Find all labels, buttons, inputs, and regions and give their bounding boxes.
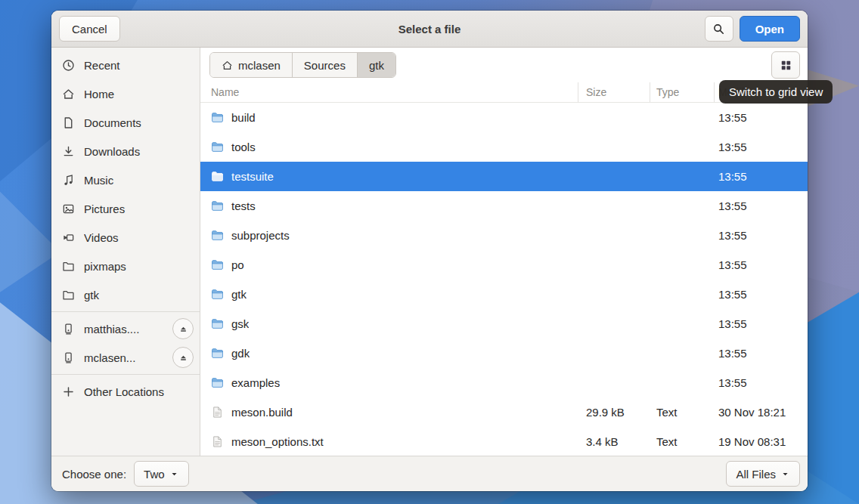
sidebar-device-matthias[interactable]: matthias....	[51, 314, 200, 343]
search-button[interactable]	[705, 16, 733, 42]
file-row-tests[interactable]: tests 13:55	[200, 191, 808, 221]
file-row-gsk[interactable]: gsk 13:55	[200, 309, 808, 339]
text-file-icon	[211, 406, 224, 419]
sidebar-item-videos[interactable]: Videos	[51, 223, 200, 252]
choose-value: Two	[144, 468, 165, 481]
file-modified: 13:55	[715, 170, 808, 183]
file-name: tests	[231, 199, 256, 212]
breadcrumb-label: gtk	[369, 59, 384, 72]
eject-button[interactable]	[172, 318, 194, 339]
file-modified: 13:55	[715, 288, 808, 301]
sidebar-item-label: Recent	[84, 59, 194, 72]
file-name: po	[231, 258, 244, 271]
file-modified: 13:55	[715, 376, 808, 389]
folder-icon	[62, 289, 75, 301]
file-name: gtk	[231, 288, 247, 301]
file-name-cell: meson_options.txt	[211, 435, 578, 448]
file-filter-dropdown[interactable]: All Files	[726, 461, 800, 487]
sidebar-item-pixmaps[interactable]: pixmaps	[51, 252, 200, 280]
file-row-examples[interactable]: examples 13:55	[200, 368, 808, 397]
text-file-icon	[211, 435, 224, 448]
footer-choice-group: Choose one: Two	[62, 461, 189, 487]
sidebar-item-label: Downloads	[84, 145, 194, 158]
folder-file-icon	[211, 317, 224, 330]
eject-icon	[178, 324, 188, 334]
drive-icon	[62, 351, 75, 364]
file-row-po[interactable]: po 13:55	[200, 250, 808, 280]
sidebar-places: Recent Home Documents Downloads Music Pi…	[51, 51, 200, 309]
picture-icon	[62, 203, 75, 215]
column-header-name[interactable]: Name	[211, 82, 578, 102]
music-note-icon	[62, 174, 75, 187]
file-type: Text	[650, 406, 715, 419]
sidebar-item-label: Pictures	[84, 203, 194, 215]
sidebar-item-downloads[interactable]: Downloads	[51, 137, 200, 165]
folder-file-icon	[211, 258, 224, 271]
home-icon	[62, 88, 75, 100]
download-icon	[62, 145, 75, 158]
folder-file-icon	[211, 111, 224, 124]
sidebar-item-label: Music	[84, 174, 194, 187]
video-camera-icon	[62, 231, 75, 244]
file-row-gtk[interactable]: gtk 13:55	[200, 280, 808, 309]
file-name-cell: gsk	[211, 317, 578, 330]
sidebar-item-home[interactable]: Home	[51, 79, 200, 108]
sidebar-device-label: mclasen...	[84, 351, 163, 364]
file-list: build 13:55 tools 13:55 testsuite 13:55 …	[200, 103, 808, 456]
path-bar: mclasen Sources gtk	[200, 48, 808, 82]
breadcrumb-segment-sources[interactable]: Sources	[293, 53, 358, 77]
file-browser-pane: mclasen Sources gtk Name Size Type Modif…	[200, 48, 808, 456]
file-row-gdk[interactable]: gdk 13:55	[200, 339, 808, 368]
breadcrumb-label: Sources	[304, 59, 346, 72]
file-modified: 13:55	[715, 317, 808, 330]
folder-icon	[62, 260, 75, 273]
breadcrumb-label: mclasen	[238, 59, 281, 72]
file-row-build[interactable]: build 13:55	[200, 103, 808, 132]
column-header-row: Name Size Type Modified	[200, 82, 808, 103]
search-icon	[712, 23, 725, 36]
cancel-button[interactable]: Cancel	[59, 16, 120, 42]
file-size: 29.9 kB	[578, 406, 650, 419]
dialog-content: Recent Home Documents Downloads Music Pi…	[51, 48, 808, 456]
document-icon	[62, 116, 75, 129]
breadcrumb-segment-gtk[interactable]: gtk	[358, 53, 395, 77]
file-name: build	[231, 111, 256, 124]
file-row-subprojects[interactable]: subprojects 13:55	[200, 221, 808, 250]
sidebar-item-label: Home	[84, 88, 194, 100]
breadcrumb-segment-mclasen[interactable]: mclasen	[210, 53, 293, 77]
sidebar-item-documents[interactable]: Documents	[51, 108, 200, 137]
sidebar-item-music[interactable]: Music	[51, 165, 200, 194]
file-modified: 13:55	[715, 141, 808, 153]
sidebar-item-recent[interactable]: Recent	[51, 51, 200, 79]
sidebar-item-pictures[interactable]: Pictures	[51, 194, 200, 223]
eject-button[interactable]	[172, 347, 194, 368]
eject-icon	[178, 353, 188, 363]
file-name-cell: gtk	[211, 288, 578, 301]
file-row-meson-build[interactable]: meson.build 29.9 kB Text 30 Nov 18:21	[200, 397, 808, 427]
file-name: subprojects	[231, 229, 290, 242]
grid-view-toggle-button[interactable]	[771, 51, 800, 79]
file-modified: 13:55	[715, 111, 808, 124]
sidebar-item-label: Documents	[84, 116, 194, 129]
file-name-cell: tests	[211, 199, 578, 212]
plus-icon	[62, 385, 75, 398]
sidebar-item-label: Videos	[84, 231, 194, 244]
file-size: 3.4 kB	[578, 435, 650, 448]
file-name: meson_options.txt	[231, 435, 324, 448]
sidebar-item-label: gtk	[84, 289, 194, 301]
open-button[interactable]: Open	[740, 16, 800, 42]
column-header-label: Size	[586, 86, 606, 98]
column-header-type[interactable]: Type	[650, 82, 715, 102]
sidebar-item-gtk[interactable]: gtk	[51, 280, 200, 309]
sidebar-device-mclasen[interactable]: mclasen...	[51, 343, 200, 372]
choose-dropdown[interactable]: Two	[134, 461, 189, 487]
sidebar-item-label: Other Locations	[84, 385, 194, 398]
file-name-cell: meson.build	[211, 406, 578, 419]
sidebar-item-other-locations[interactable]: Other Locations	[51, 377, 200, 406]
file-row-tools[interactable]: tools 13:55	[200, 132, 808, 162]
file-row-meson-options-txt[interactable]: meson_options.txt 3.4 kB Text 19 Nov 08:…	[200, 427, 808, 456]
file-row-testsuite[interactable]: testsuite 13:55	[200, 162, 808, 191]
column-header-size[interactable]: Size	[578, 82, 650, 102]
file-name: gsk	[231, 317, 249, 330]
drive-icon	[62, 323, 75, 335]
